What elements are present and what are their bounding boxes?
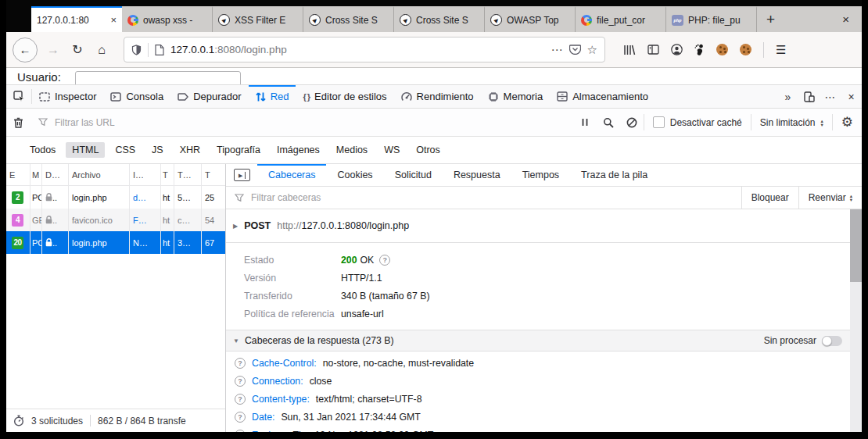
forward-button[interactable]: →	[45, 43, 62, 57]
tab-owasp-top[interactable]: ▶ OWASP Top	[485, 6, 576, 32]
col-file[interactable]: Archivo	[69, 164, 130, 185]
table-row[interactable]: 4 GE .. favicon.ico F… ht c… 54	[6, 209, 225, 231]
tab-owasp-xss-search[interactable]: owasp xss -	[122, 6, 213, 32]
tab-cross-site-1[interactable]: ▶ Cross Site S	[303, 6, 394, 32]
block-requests-button[interactable]	[620, 117, 644, 128]
raw-toggle-switch[interactable]	[822, 336, 842, 346]
library-icon[interactable]	[623, 45, 636, 55]
filter-html[interactable]: HTML	[66, 142, 105, 158]
cookie-extension-icon-2[interactable]	[740, 44, 751, 55]
devtools-tab-memory[interactable]: Memoria	[481, 85, 551, 108]
tab-file-put-contents-search[interactable]: file_put_cor	[576, 6, 666, 32]
new-tab-button[interactable]: +	[766, 12, 775, 27]
table-row[interactable]: 2 PO .. login.php d… ht 5… 25	[6, 186, 225, 209]
gnome-foot-extension-icon[interactable]	[694, 44, 705, 55]
col-type[interactable]: T	[161, 164, 174, 185]
header-help-icon[interactable]: ?	[235, 430, 246, 433]
col-transferred[interactable]: T…	[174, 164, 202, 185]
header-help-icon[interactable]: ?	[235, 394, 246, 405]
search-button[interactable]	[597, 117, 620, 128]
col-status[interactable]: E	[6, 164, 30, 185]
url-filter[interactable]	[30, 116, 573, 129]
pocket-icon[interactable]	[569, 45, 581, 55]
bookmark-star-icon[interactable]: ☆	[587, 43, 597, 57]
page-info-icon[interactable]	[155, 45, 164, 55]
reload-button[interactable]: ↻	[69, 42, 86, 57]
url-text[interactable]: 127.0.0.1:8080/login.php	[170, 44, 545, 55]
tab-xss-filter-evasion[interactable]: ▶ XSS Filter E	[213, 6, 303, 32]
header-row[interactable]: ? Expires: Thu, 19 Nov 1981 08:52:00 GMT	[226, 426, 850, 432]
url-bar[interactable]: 127.0.0.1:8080/login.php ⋯ ☆	[124, 37, 605, 62]
filter-css[interactable]: CSS	[109, 142, 142, 158]
pause-traffic-button[interactable]	[573, 118, 597, 127]
header-row[interactable]: ? Content-type: text/html; charset=UTF-8	[226, 390, 850, 408]
header-help-icon[interactable]: ?	[235, 412, 246, 423]
toggle-details-pane-icon[interactable]: ▶	[234, 169, 250, 181]
devtools-tab-performance[interactable]: Rendimiento	[394, 85, 481, 108]
throttling-dropdown[interactable]: Sin limitación ▴▾	[751, 114, 832, 130]
shield-icon[interactable]	[131, 45, 142, 55]
username-input[interactable]	[75, 71, 241, 84]
expander-caret-icon[interactable]: ▶	[233, 223, 238, 230]
tab-cross-site-2[interactable]: ▶ Cross Site S	[394, 6, 485, 32]
menu-hamburger-icon[interactable]: ☰	[776, 43, 786, 57]
headers-filter[interactable]	[226, 191, 741, 204]
filter-media[interactable]: Medios	[330, 142, 374, 158]
details-tab-stack-trace[interactable]: Traza de la pila	[570, 164, 658, 186]
collapse-caret-icon[interactable]: ▼	[233, 337, 239, 344]
filter-js[interactable]: JS	[145, 142, 170, 158]
disable-cache-control[interactable]: Desactivar caché	[644, 114, 751, 130]
devtools-tab-storage[interactable]: Almacenamiento	[550, 85, 655, 108]
account-icon[interactable]	[671, 44, 683, 55]
tab-php-file-put[interactable]: php PHP: file_pu	[666, 6, 757, 32]
filter-todos[interactable]: Todos	[23, 142, 62, 158]
page-actions-icon[interactable]: ⋯	[551, 43, 563, 57]
header-help-icon[interactable]: ?	[235, 358, 246, 369]
filter-urls-input[interactable]	[53, 116, 573, 129]
header-help-icon[interactable]: ?	[235, 376, 246, 387]
element-picker-button[interactable]	[6, 85, 31, 108]
devtools-tab-debugger[interactable]: Depurador	[170, 85, 248, 108]
devtools-tab-console[interactable]: Consola	[103, 85, 170, 108]
clear-requests-button[interactable]	[6, 117, 30, 128]
response-headers-section[interactable]: ▼ Cabeceras de la respuesta (273 B) Sin …	[226, 330, 850, 352]
back-button[interactable]: ←	[13, 37, 38, 62]
stopwatch-icon[interactable]	[13, 415, 24, 427]
details-tab-cookies[interactable]: Cookies	[326, 164, 383, 186]
devtools-close-button[interactable]: ×	[841, 85, 862, 108]
devtools-tab-style-editor[interactable]: { } Editor de estilos	[296, 85, 393, 108]
col-domain[interactable]: D…	[42, 164, 69, 185]
devtools-tab-network[interactable]: Red	[249, 85, 296, 108]
details-tab-response[interactable]: Respuesta	[443, 164, 511, 186]
home-button[interactable]: ⌂	[93, 43, 110, 57]
col-size[interactable]: T	[202, 164, 224, 185]
resend-dropdown[interactable]: Reenviar ▴▾	[798, 187, 862, 209]
header-row[interactable]: ? Date: Sun, 31 Jan 2021 17:34:44 GMT	[226, 408, 850, 426]
scrollbar-thumb[interactable]	[850, 209, 862, 282]
col-method[interactable]: M	[30, 164, 42, 185]
sidebar-icon[interactable]	[647, 45, 659, 55]
more-tools-chevron-icon[interactable]: »	[777, 85, 798, 108]
tab-localhost[interactable]: 127.0.0.1:80 ×	[31, 6, 122, 32]
filter-ws[interactable]: WS	[378, 142, 406, 158]
status-help-icon[interactable]: ?	[379, 255, 390, 266]
filter-headers-input[interactable]	[249, 191, 741, 204]
tab-close-icon[interactable]: ×	[110, 14, 117, 26]
filter-other[interactable]: Otros	[410, 142, 447, 158]
table-row-selected[interactable]: 20 PO .. login.php N… ht 3… 67	[6, 231, 225, 254]
request-summary-row[interactable]: ▶ POST http://127.0.0.1:8080/login.php	[226, 209, 850, 243]
devtools-menu-icon[interactable]: ⋯	[820, 85, 841, 108]
responsive-design-icon[interactable]	[798, 85, 820, 108]
header-row[interactable]: ? Connection: close	[226, 372, 850, 390]
header-row[interactable]: ? Cache-Control: no-store, no-cache, mus…	[226, 354, 850, 372]
cookie-extension-icon-1[interactable]	[716, 44, 728, 55]
filter-fonts[interactable]: Tipografía	[210, 142, 267, 158]
filter-xhr[interactable]: XHR	[174, 142, 206, 158]
disable-cache-checkbox[interactable]	[653, 116, 665, 128]
window-close-button[interactable]: ×	[842, 12, 849, 26]
filter-images[interactable]: Imágenes	[271, 142, 326, 158]
details-tab-headers[interactable]: Cabeceras	[257, 164, 326, 186]
col-initiator[interactable]: I…	[130, 164, 161, 185]
details-tab-timings[interactable]: Tiempos	[511, 164, 570, 186]
block-request-button[interactable]: Bloquear	[741, 187, 798, 209]
